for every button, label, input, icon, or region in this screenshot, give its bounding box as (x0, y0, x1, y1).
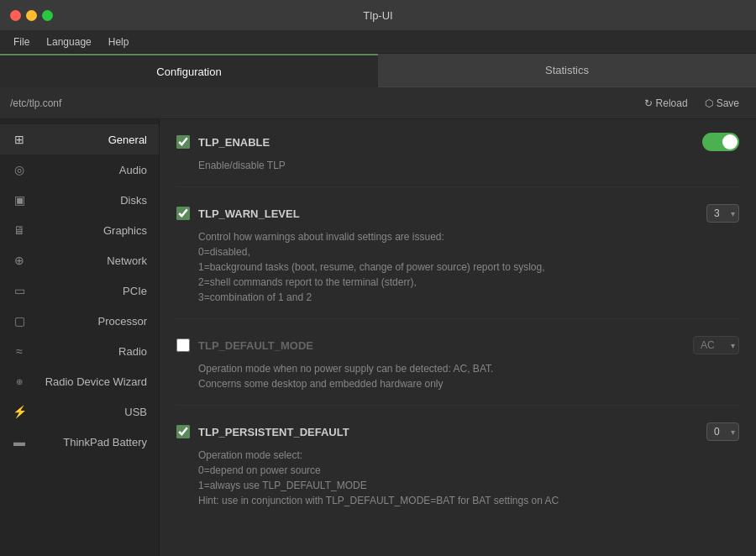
maximize-button[interactable] (42, 10, 53, 21)
setting-tlp-enable-header: TLP_ENABLE (176, 133, 739, 151)
tlp-default-mode-dropdown[interactable]: AC BAT (693, 336, 739, 354)
usb-icon: ⚡ (12, 404, 27, 419)
tlp-default-mode-checkbox[interactable] (176, 338, 190, 352)
graphics-icon: 🖥 (12, 223, 27, 238)
config-path: /etc/tlp.conf (10, 97, 638, 109)
radio-wizard-icon: ⊕ (12, 374, 27, 389)
disks-icon: ▣ (12, 192, 27, 207)
tlp-default-mode-dropdown-wrapper: AC BAT (693, 336, 739, 354)
save-button[interactable]: ⬡ Save (698, 94, 746, 113)
setting-tlp-warn-level-header: TLP_WARN_LEVEL 0 1 2 3 (176, 204, 739, 223)
save-icon: ⬡ (705, 97, 713, 109)
sidebar: ⊞ General ◎ Audio ▣ Disks 🖥 Graphics ⊕ N… (0, 119, 160, 556)
tab-configuration[interactable]: Configuration (0, 54, 378, 87)
setting-tlp-persistent-default-header: TLP_PERSISTENT_DEFAULT 0 1 (176, 422, 739, 441)
radio-icon: ≈ (12, 344, 27, 359)
reload-button[interactable]: ↻ Reload (638, 94, 695, 113)
window-controls (10, 10, 53, 21)
sidebar-item-audio[interactable]: ◎ Audio (0, 155, 159, 185)
tab-statistics[interactable]: Statistics (378, 54, 756, 87)
setting-tlp-warn-level: TLP_WARN_LEVEL 0 1 2 3 Control how warni… (176, 204, 739, 319)
sidebar-item-pcie[interactable]: ▭ PCIe (0, 275, 159, 306)
sidebar-item-radio[interactable]: ≈ Radio (0, 336, 159, 366)
tlp-default-mode-name: TLP_DEFAULT_MODE (198, 339, 685, 352)
menu-help[interactable]: Help (102, 34, 136, 50)
app-title: Tlp-UI (363, 9, 392, 22)
tlp-warn-level-dropdown-wrapper: 0 1 2 3 (706, 204, 739, 223)
sidebar-item-radio-device-wizard[interactable]: ⊕ Radio Device Wizard (0, 366, 159, 396)
tlp-warn-level-checkbox[interactable] (176, 207, 190, 220)
tlp-persistent-default-description: Operation mode select:0=depend on power … (176, 448, 739, 508)
toggle-knob (722, 134, 738, 149)
menubar: File Language Help (0, 30, 756, 54)
tlp-warn-level-dropdown[interactable]: 0 1 2 3 (706, 204, 739, 223)
tlp-warn-level-name: TLP_WARN_LEVEL (198, 207, 698, 220)
setting-tlp-enable: TLP_ENABLE Enable/disable TLP (176, 133, 739, 187)
pcie-icon: ▭ (12, 283, 27, 298)
network-icon: ⊕ (12, 253, 27, 268)
minimize-button[interactable] (26, 10, 37, 21)
sidebar-item-general[interactable]: ⊞ General (0, 124, 159, 155)
tlp-persistent-default-dropdown-wrapper: 0 1 (706, 422, 739, 441)
tlp-enable-checkbox[interactable] (176, 135, 190, 149)
close-button[interactable] (10, 10, 21, 21)
menu-file[interactable]: File (7, 34, 36, 50)
reload-icon: ↻ (644, 97, 653, 109)
sidebar-item-network[interactable]: ⊕ Network (0, 245, 159, 275)
battery-icon: ▬ (12, 434, 27, 449)
general-icon: ⊞ (12, 132, 27, 147)
setting-tlp-default-mode-header: TLP_DEFAULT_MODE AC BAT (176, 336, 739, 354)
processor-icon: ▢ (12, 313, 27, 328)
tabbar: Configuration Statistics (0, 54, 756, 87)
sidebar-item-graphics[interactable]: 🖥 Graphics (0, 215, 159, 245)
setting-tlp-default-mode: TLP_DEFAULT_MODE AC BAT Operation mode w… (176, 336, 739, 406)
tlp-persistent-default-dropdown[interactable]: 0 1 (706, 422, 739, 441)
titlebar: Tlp-UI (0, 0, 756, 30)
tlp-enable-name: TLP_ENABLE (198, 136, 694, 149)
setting-tlp-persistent-default: TLP_PERSISTENT_DEFAULT 0 1 Operation mod… (176, 422, 739, 522)
tlp-default-mode-description: Operation mode when no power supply can … (176, 361, 739, 391)
tlp-enable-description: Enable/disable TLP (176, 158, 739, 173)
toolbar-actions: ↻ Reload ⬡ Save (638, 94, 746, 113)
sidebar-item-thinkpad-battery[interactable]: ▬ ThinkPad Battery (0, 427, 159, 457)
sidebar-item-processor[interactable]: ▢ Processor (0, 306, 159, 336)
tlp-warn-level-description: Control how warnings about invalid setti… (176, 229, 739, 305)
sidebar-item-usb[interactable]: ⚡ USB (0, 396, 159, 427)
main-layout: ⊞ General ◎ Audio ▣ Disks 🖥 Graphics ⊕ N… (0, 119, 756, 556)
tlp-enable-toggle[interactable] (702, 133, 739, 151)
tlp-persistent-default-checkbox[interactable] (176, 425, 190, 438)
audio-icon: ◎ (12, 162, 27, 177)
sidebar-item-disks[interactable]: ▣ Disks (0, 185, 159, 215)
menu-language[interactable]: Language (39, 34, 97, 50)
tlp-persistent-default-name: TLP_PERSISTENT_DEFAULT (198, 426, 698, 438)
toolbar: /etc/tlp.conf ↻ Reload ⬡ Save (0, 87, 756, 119)
content-area: TLP_ENABLE Enable/disable TLP TLP_WARN_L… (160, 119, 756, 556)
